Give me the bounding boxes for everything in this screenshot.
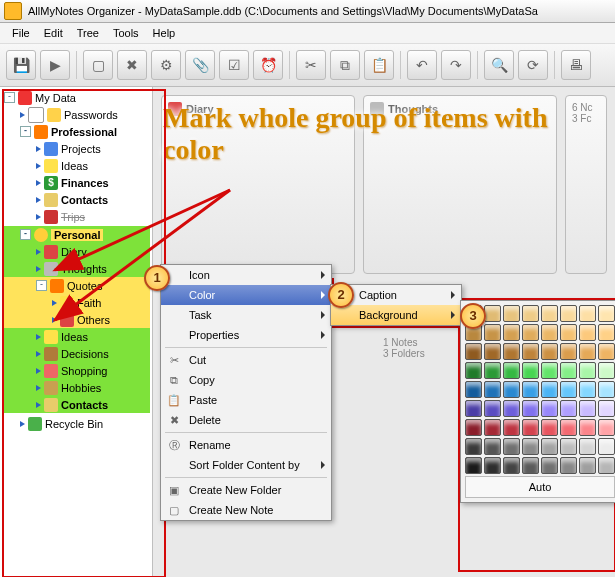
color-swatch[interactable]	[541, 381, 558, 398]
delete-icon[interactable]: ✖	[117, 50, 147, 80]
color-swatch[interactable]	[503, 457, 520, 474]
color-swatch[interactable]	[484, 343, 501, 360]
color-swatch[interactable]	[522, 381, 539, 398]
menu-tree[interactable]: Tree	[71, 25, 105, 41]
color-swatch[interactable]	[503, 400, 520, 417]
tree-personal[interactable]: - Personal	[2, 226, 150, 243]
collapse-icon[interactable]: -	[4, 92, 15, 103]
menu-tools[interactable]: Tools	[107, 25, 145, 41]
menu-file[interactable]: File	[6, 25, 36, 41]
color-swatch[interactable]	[560, 343, 577, 360]
color-swatch[interactable]	[465, 438, 482, 455]
tree-root[interactable]: - My Data	[2, 89, 150, 106]
copy-icon[interactable]: ⧉	[330, 50, 360, 80]
color-swatch[interactable]	[522, 438, 539, 455]
menu-new-folder[interactable]: ▣Create New Folder	[161, 480, 331, 500]
attach-icon[interactable]: 📎	[185, 50, 215, 80]
collapse-icon[interactable]: -	[36, 280, 47, 291]
color-swatch[interactable]	[465, 343, 482, 360]
color-swatch[interactable]	[503, 324, 520, 341]
color-swatch[interactable]	[541, 343, 558, 360]
menu-paste[interactable]: 📋Paste	[161, 390, 331, 410]
color-swatch[interactable]	[522, 419, 539, 436]
menu-properties[interactable]: Properties	[161, 325, 331, 345]
tree-item-shopping[interactable]: Shopping	[2, 362, 150, 379]
color-swatch[interactable]	[598, 343, 615, 360]
color-swatch[interactable]	[522, 362, 539, 379]
color-swatch[interactable]	[522, 324, 539, 341]
color-swatch[interactable]	[598, 381, 615, 398]
properties-icon[interactable]: ⚙	[151, 50, 181, 80]
tree-professional[interactable]: - Professional	[2, 123, 150, 140]
tree-item-projects[interactable]: Projects	[2, 140, 150, 157]
color-swatch[interactable]	[465, 419, 482, 436]
cut-icon[interactable]: ✂	[296, 50, 326, 80]
collapse-icon[interactable]: -	[20, 126, 31, 137]
color-swatch[interactable]	[598, 324, 615, 341]
color-swatch[interactable]	[541, 362, 558, 379]
color-swatch[interactable]	[560, 381, 577, 398]
menu-help[interactable]: Help	[147, 25, 182, 41]
color-swatch[interactable]	[579, 343, 596, 360]
color-swatch[interactable]	[465, 362, 482, 379]
color-swatch[interactable]	[579, 381, 596, 398]
color-swatch[interactable]	[541, 400, 558, 417]
color-swatch[interactable]	[560, 305, 577, 322]
color-swatch[interactable]	[484, 305, 501, 322]
tree-item-finances[interactable]: $Finances	[2, 174, 150, 191]
color-swatch[interactable]	[465, 457, 482, 474]
color-swatch[interactable]	[522, 343, 539, 360]
color-swatch[interactable]	[560, 324, 577, 341]
color-swatch[interactable]	[541, 438, 558, 455]
color-swatch[interactable]	[484, 362, 501, 379]
color-swatch[interactable]	[541, 324, 558, 341]
collapse-icon[interactable]: -	[20, 229, 31, 240]
palette-auto[interactable]: Auto	[465, 476, 615, 498]
tree-item-diary[interactable]: Diary	[2, 243, 150, 260]
tree-item-trips[interactable]: Trips	[2, 208, 150, 225]
color-swatch[interactable]	[598, 400, 615, 417]
menu-delete[interactable]: ✖Delete	[161, 410, 331, 430]
color-swatch[interactable]	[579, 457, 596, 474]
color-swatch[interactable]	[598, 362, 615, 379]
menu-sort[interactable]: Sort Folder Content by	[161, 455, 331, 475]
color-swatch[interactable]	[465, 381, 482, 398]
search-icon[interactable]: 🔍	[484, 50, 514, 80]
color-swatch[interactable]	[503, 419, 520, 436]
tree-passwords[interactable]: Passwords	[2, 106, 150, 123]
paste-icon[interactable]: 📋	[364, 50, 394, 80]
color-swatch[interactable]	[579, 400, 596, 417]
color-swatch[interactable]	[484, 457, 501, 474]
color-swatch[interactable]	[484, 400, 501, 417]
color-swatch[interactable]	[484, 419, 501, 436]
tree-item-decisions[interactable]: Decisions	[2, 345, 150, 362]
open-icon[interactable]: ▶	[40, 50, 70, 80]
color-swatch[interactable]	[598, 419, 615, 436]
color-swatch[interactable]	[465, 400, 482, 417]
color-swatch[interactable]	[484, 324, 501, 341]
color-swatch[interactable]	[522, 305, 539, 322]
menu-rename[interactable]: ⓇRename	[161, 435, 331, 455]
color-swatch[interactable]	[560, 362, 577, 379]
tree-item-others[interactable]: Others	[2, 311, 150, 328]
color-swatch[interactable]	[522, 400, 539, 417]
color-swatch[interactable]	[598, 305, 615, 322]
color-swatch[interactable]	[484, 381, 501, 398]
color-swatch[interactable]	[560, 457, 577, 474]
color-swatch[interactable]	[541, 457, 558, 474]
color-swatch[interactable]	[579, 362, 596, 379]
sync-icon[interactable]: ⟳	[518, 50, 548, 80]
color-swatch[interactable]	[598, 438, 615, 455]
color-swatch[interactable]	[579, 305, 596, 322]
tree-item-ideas[interactable]: Ideas	[2, 157, 150, 174]
print-icon[interactable]: 🖶	[561, 50, 591, 80]
undo-icon[interactable]: ↶	[407, 50, 437, 80]
menu-copy[interactable]: ⧉Copy	[161, 370, 331, 390]
color-swatch[interactable]	[579, 324, 596, 341]
color-swatch[interactable]	[541, 419, 558, 436]
color-swatch[interactable]	[560, 419, 577, 436]
color-swatch[interactable]	[503, 438, 520, 455]
tree-recycle[interactable]: Recycle Bin	[2, 415, 150, 432]
menu-task[interactable]: Task	[161, 305, 331, 325]
task-icon[interactable]: ☑	[219, 50, 249, 80]
